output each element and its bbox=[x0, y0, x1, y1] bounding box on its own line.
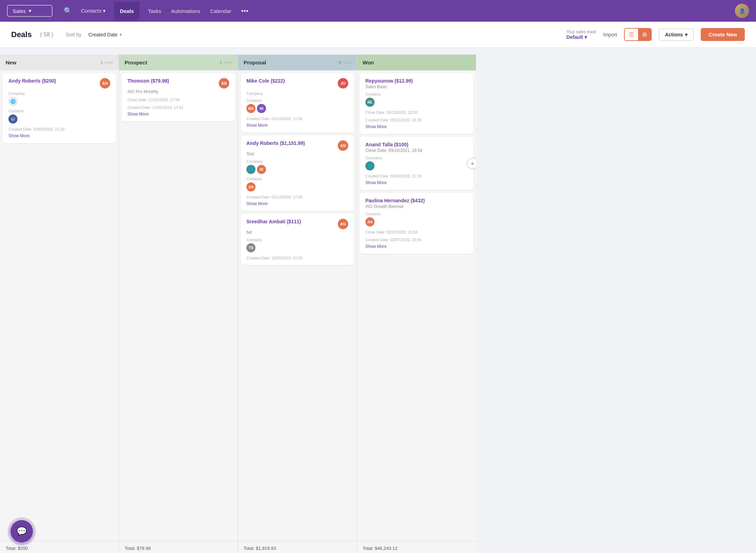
created-date: Created Date: 10/25/2019, 21:16 bbox=[246, 256, 348, 260]
kanban-col-new: New 1 >>> Andy Roberts ($200) AN Company… bbox=[0, 55, 119, 553]
card-subtitle: Sales Basic bbox=[365, 84, 468, 89]
actions-button[interactable]: Actions ▾ bbox=[659, 28, 694, 41]
show-more-link[interactable]: Show More bbox=[365, 180, 468, 185]
create-new-button[interactable]: Create New bbox=[701, 28, 745, 41]
col-cards-won: Repyounow ($12.99) Sales Basic Contacts … bbox=[357, 70, 476, 541]
card-subtitle: fwf bbox=[246, 230, 348, 235]
col-title-won: Won bbox=[363, 59, 374, 65]
chevron-down-icon: ▾ bbox=[685, 32, 687, 37]
sales-selector[interactable]: Sales ▾ bbox=[7, 5, 52, 17]
nav-tasks[interactable]: Tasks bbox=[148, 8, 161, 14]
contact-avatar: AN bbox=[365, 217, 374, 226]
card-title[interactable]: Mike Cole ($222) bbox=[246, 78, 285, 84]
col-footer-prospect: Total: $79.98 bbox=[119, 541, 238, 553]
col-header-prospect: Prospect 1 >>> bbox=[119, 55, 238, 70]
deal-card: Thomson ($79.98) AN AIO Pro Monthly Clos… bbox=[122, 73, 235, 121]
card-subtitle: AIO Growth Biennial bbox=[365, 204, 468, 209]
contact-avatar: IN bbox=[257, 165, 266, 174]
show-more-link[interactable]: Show More bbox=[127, 112, 229, 117]
card-header-row: Sreedhar Ambati ($111) AN bbox=[246, 219, 348, 229]
card-header-row: Paulina Hernandez ($432) bbox=[365, 198, 468, 203]
nav-more-options[interactable]: ••• bbox=[241, 7, 248, 15]
card-header-row: Repyounow ($12.99) bbox=[365, 78, 468, 84]
chat-button[interactable]: 💬 bbox=[10, 520, 33, 542]
created-date: Created Date: 11/01/2019, 17:51 bbox=[127, 105, 229, 110]
card-header-row: Thomson ($79.98) AN bbox=[127, 78, 229, 89]
col-cards-proposal: Mike Cole ($222) JO Company Contacts MAM… bbox=[238, 70, 357, 541]
nav-contacts[interactable]: Contacts ▾ bbox=[81, 8, 106, 14]
close-date: Close Date: 11/15/2019, 17:50 bbox=[127, 98, 229, 102]
nav-automations[interactable]: Automations bbox=[171, 8, 200, 14]
card-title[interactable]: Andy Roberts ($200) bbox=[8, 78, 56, 84]
page-header: Deals ( 58 ) Sort by Created Date ▾ Your… bbox=[0, 22, 756, 48]
created-date: Created Date: 05/12/2020, 16:33 bbox=[365, 118, 468, 122]
col-footer-won: Total: $46,243.12 bbox=[357, 541, 476, 553]
card-header-row: Andy Roberts ($1,151.99) AN bbox=[246, 140, 348, 151]
company-label: Company bbox=[246, 159, 348, 163]
chevron-down-icon: ▾ bbox=[584, 34, 587, 40]
close-date: Close Date: 05/12/2020, 22:02 bbox=[365, 110, 468, 114]
deal-card: Repyounow ($12.99) Sales Basic Contacts … bbox=[360, 73, 473, 134]
contacts-row: LI bbox=[8, 114, 110, 124]
col-arrows-prospect: >>> bbox=[223, 60, 232, 65]
card-title[interactable]: Andy Roberts ($1,151.99) bbox=[246, 140, 305, 146]
company-label: Company bbox=[8, 91, 110, 96]
show-more-link[interactable]: Show More bbox=[8, 133, 110, 138]
col-header-proposal: Proposal 9 >>> bbox=[238, 55, 357, 70]
deal-card: Anand Talla ($100) Close Date: 09/10/202… bbox=[360, 137, 473, 190]
col-arrows-new: >>> bbox=[104, 60, 113, 65]
deals-count: ( 58 ) bbox=[40, 31, 53, 38]
show-more-link[interactable]: Show More bbox=[365, 244, 468, 249]
col-header-new: New 1 >>> bbox=[0, 55, 119, 70]
sort-selector[interactable]: Created Date ▾ bbox=[88, 32, 121, 37]
col-title-prospect: Prospect bbox=[125, 59, 147, 65]
import-button[interactable]: Import bbox=[603, 32, 617, 37]
page-title: Deals bbox=[11, 30, 32, 39]
deal-card: Paulina Hernandez ($432) AIO Growth Bien… bbox=[360, 193, 473, 254]
col-cards-prospect: Thomson ($79.98) AN AIO Pro Monthly Clos… bbox=[119, 70, 238, 541]
contacts-label: Contacts bbox=[365, 212, 468, 216]
kanban-board: New 1 >>> Andy Roberts ($200) AN Company… bbox=[0, 48, 756, 553]
created-date: Created Date: 01/13/2020, 17:00 bbox=[246, 195, 348, 199]
card-title[interactable]: Repyounow ($12.99) bbox=[365, 78, 413, 84]
filter-icon[interactable]: ≡ bbox=[467, 158, 476, 169]
contacts-row: AN bbox=[246, 182, 348, 191]
contacts-row: TR bbox=[246, 243, 348, 252]
sales-track-value[interactable]: Default ▾ bbox=[566, 34, 596, 40]
show-more-link[interactable]: Show More bbox=[246, 201, 348, 206]
show-more-link[interactable]: Show More bbox=[365, 124, 468, 129]
company-row: 🌐 IN bbox=[246, 165, 348, 174]
col-header-won: Won bbox=[357, 55, 476, 70]
contact-avatar: TR bbox=[246, 243, 255, 252]
deal-card: Andy Roberts ($1,151.99) AN Test Company… bbox=[241, 135, 354, 211]
sales-track: Your sales track Default ▾ bbox=[566, 29, 596, 40]
card-badge: AN bbox=[338, 219, 348, 229]
card-subtitle: Close Date: 09/10/2021, 16:54 bbox=[365, 148, 468, 153]
col-count-new: 1 >>> bbox=[100, 60, 113, 65]
card-title[interactable]: Paulina Hernandez ($432) bbox=[365, 198, 425, 203]
card-title[interactable]: Thomson ($79.98) bbox=[127, 78, 169, 84]
grid-view-button[interactable]: ⊞ bbox=[638, 29, 651, 40]
show-more-link[interactable]: Show More bbox=[246, 123, 348, 128]
created-date: Created Date: 03/03/2020, 21:20 bbox=[8, 127, 110, 131]
company-icon: 🌐 bbox=[8, 97, 110, 106]
company-row: 🌐 bbox=[365, 161, 468, 170]
view-toggle: ☰ ⊞ bbox=[624, 28, 652, 41]
created-date: Created Date: 02/07/2020, 15:55 bbox=[365, 238, 468, 242]
sales-track-label: Your sales track bbox=[566, 29, 596, 34]
nav-deals[interactable]: Deals bbox=[114, 2, 139, 20]
globe-icon: 🌐 bbox=[365, 161, 374, 170]
close-date: Close Date: 02/07/2020, 15:54 bbox=[365, 230, 468, 234]
globe-icon: 🌐 bbox=[8, 97, 18, 106]
contacts-label: Contacts bbox=[246, 238, 348, 242]
col-count-prospect: 1 >>> bbox=[219, 60, 232, 65]
list-view-button[interactable]: ☰ bbox=[625, 29, 638, 40]
card-header-row: Anand Talla ($100) bbox=[365, 142, 468, 147]
user-avatar[interactable]: 👤 bbox=[735, 4, 749, 18]
card-title[interactable]: Anand Talla ($100) bbox=[365, 142, 408, 147]
search-icon[interactable]: 🔍 bbox=[64, 7, 72, 15]
created-date: Created Date: 03/03/2020, 21:19 bbox=[365, 174, 468, 178]
chat-icon: 💬 bbox=[16, 526, 27, 536]
card-title[interactable]: Sreedhar Ambati ($111) bbox=[246, 219, 301, 224]
nav-calendar[interactable]: Calendar bbox=[210, 8, 231, 14]
